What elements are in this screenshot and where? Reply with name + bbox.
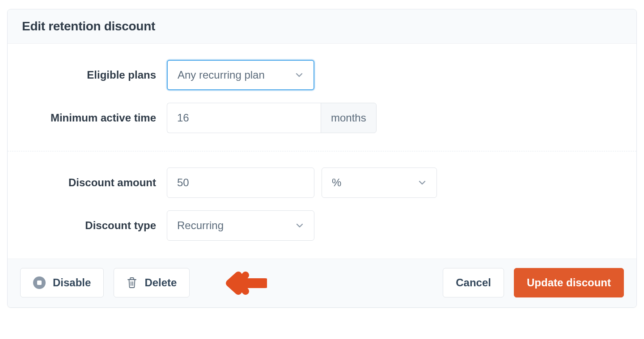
delete-button[interactable]: Delete [114,268,190,297]
discount-section: Discount amount % Discount type Recurrin… [8,151,636,259]
label-discount-type: Discount type [20,219,167,232]
discount-amount-input[interactable] [167,167,314,198]
label-eligible-plans: Eligible plans [20,69,167,81]
label-discount-amount: Discount amount [20,176,167,189]
cancel-label: Cancel [456,276,491,289]
update-label: Update discount [527,276,611,289]
chevron-down-icon [295,71,304,80]
edit-discount-panel: Edit retention discount Eligible plans A… [7,9,637,308]
panel-header: Edit retention discount [8,9,636,44]
disable-button[interactable]: Disable [20,268,104,297]
min-active-time-input[interactable] [167,103,321,133]
footer-right: Cancel Update discount [443,268,624,297]
discount-unit-value: % [332,176,341,189]
discount-type-select[interactable]: Recurring [167,210,314,241]
chevron-down-icon [418,178,427,187]
stop-icon [33,276,46,289]
eligible-plans-select[interactable]: Any recurring plan [167,60,314,90]
row-eligible-plans: Eligible plans Any recurring plan [20,60,624,90]
footer-left: Disable Delete [20,268,190,297]
discount-unit-select[interactable]: % [322,167,437,198]
min-active-time-unit: months [321,103,377,133]
cancel-button[interactable]: Cancel [443,268,504,297]
min-active-time-group: months [167,103,314,133]
chevron-down-icon [295,221,304,230]
arrow-left-icon [222,269,267,297]
disable-label: Disable [53,276,91,289]
row-discount-amount: Discount amount % [20,167,624,198]
eligibility-section: Eligible plans Any recurring plan Minimu… [8,44,636,151]
delete-label: Delete [144,276,177,289]
update-discount-button[interactable]: Update discount [514,268,624,297]
row-min-active-time: Minimum active time months [20,103,624,133]
panel-title: Edit retention discount [22,19,622,33]
eligible-plans-value: Any recurring plan [178,69,265,81]
trash-icon [127,277,137,289]
discount-type-value: Recurring [177,219,224,232]
panel-body: Eligible plans Any recurring plan Minimu… [8,44,636,259]
row-discount-type: Discount type Recurring [20,210,624,241]
label-min-active-time: Minimum active time [20,112,167,124]
panel-footer: Disable Delete [8,259,636,307]
